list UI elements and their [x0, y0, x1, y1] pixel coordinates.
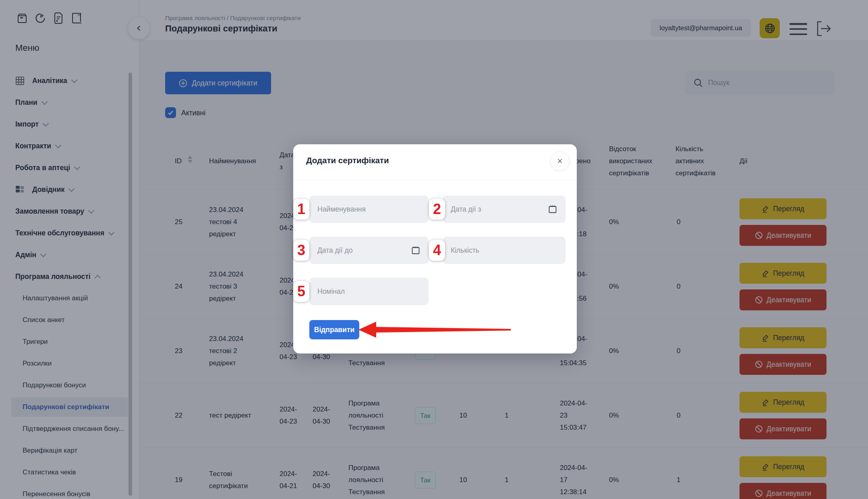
red-arrow-annotation	[358, 320, 516, 339]
annotation-number-5: 5	[293, 281, 309, 302]
modal-input-field[interactable]: Дата дії до	[309, 237, 429, 264]
annotation-number-3: 3	[293, 240, 309, 261]
field-placeholder: Номінал	[317, 287, 421, 296]
modal-input-field[interactable]: Кількість	[443, 237, 566, 264]
annotation-number-2: 2	[429, 199, 445, 220]
annotation-number-4: 4	[429, 240, 445, 261]
close-icon: ✕	[557, 157, 563, 166]
field-placeholder: Найменування	[317, 205, 421, 214]
modal-divider	[293, 180, 577, 180]
field-placeholder: Кількість	[451, 246, 557, 255]
modal-input-field[interactable]: Дата дії з	[443, 195, 566, 223]
field-placeholder: Дата дії до	[317, 246, 411, 255]
field-placeholder: Дата дії з	[451, 205, 548, 214]
calendar-icon[interactable]	[411, 245, 421, 255]
modal-input-field[interactable]: Номінал	[309, 278, 429, 305]
modal-input-field[interactable]: Найменування	[309, 195, 429, 223]
calendar-icon[interactable]	[548, 204, 557, 214]
submit-button[interactable]: Відправити	[309, 320, 359, 339]
annotation-number-1: 1	[293, 199, 309, 220]
modal-close-button[interactable]: ✕	[550, 152, 570, 171]
modal-title: Додати сертифікати	[306, 156, 389, 165]
